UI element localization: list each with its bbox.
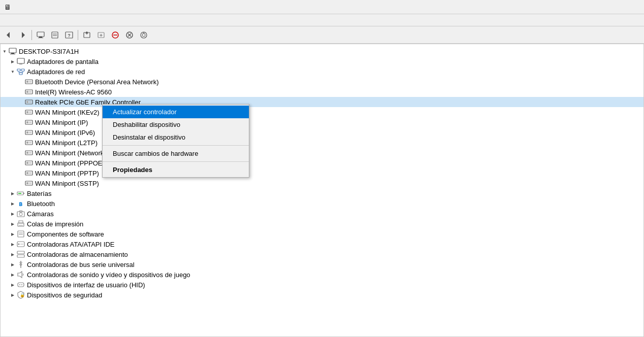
tree-item-ata[interactable]: ▶Controladoras ATA/ATAPI IDE <box>1 239 643 249</box>
tree-expander[interactable] <box>17 149 25 157</box>
tree-expander[interactable]: ▶ <box>9 260 17 268</box>
tree-icon-usb <box>17 260 25 268</box>
tree-expander[interactable]: ▶ <box>9 220 17 228</box>
tree-expander[interactable]: ▶ <box>9 240 17 248</box>
tree-item-camaras[interactable]: ▶Cámaras <box>1 209 643 219</box>
tree-expander[interactable] <box>17 179 25 187</box>
tree-item-bluetooth-dev[interactable]: Bluetooth Device (Personal Area Network) <box>1 77 643 87</box>
ctx-item-deshabilitar[interactable]: Deshabilitar dispositivo <box>103 118 249 131</box>
tree-expander[interactable]: ▶ <box>9 271 17 279</box>
tree-expander[interactable] <box>17 169 25 177</box>
tree-item-sonido[interactable]: ▶Controladoras de sonido y vídeo y dispo… <box>1 269 643 280</box>
tree-label: DESKTOP-S3I7A1H <box>19 48 79 55</box>
update-driver-button[interactable] <box>80 28 93 42</box>
tree-item-wan2[interactable]: WAN Miniport (IP) <box>1 117 643 127</box>
svg-rect-60 <box>26 142 28 144</box>
tree-expander[interactable] <box>17 139 25 147</box>
tree-expander[interactable]: ▶ <box>9 57 17 65</box>
tree-expander[interactable] <box>17 98 25 106</box>
tree-item-wan4[interactable]: WAN Miniport (L2TP) <box>1 138 643 148</box>
svg-rect-89 <box>18 231 24 237</box>
device-tree[interactable]: ▼DESKTOP-S3I7A1H▶Adaptadores de pantalla… <box>1 44 643 336</box>
svg-rect-27 <box>17 58 24 63</box>
tree-item-realtek[interactable]: Realtek PCIe GbE Family Controller <box>1 97 643 107</box>
tree-item-bluetooth[interactable]: ▶ʙBluetooth <box>1 198 643 209</box>
tree-expander[interactable] <box>17 128 25 137</box>
back-button[interactable] <box>2 28 15 42</box>
show-computer-button[interactable] <box>34 28 47 42</box>
tree-label: WAN Miniport (IPv6) <box>35 129 95 137</box>
tree-item-seguridad[interactable]: ▶🔒Dispositivos de seguridad <box>1 290 643 300</box>
tree-item-almacenamiento[interactable]: ▶Controladoras de almacenamiento <box>1 249 643 259</box>
tree-item-bus[interactable]: ▶Controladoras de bus serie universal <box>1 259 643 269</box>
tree-item-baterias[interactable]: ▶Baterías <box>1 188 643 198</box>
tree-item-wan3[interactable]: WAN Miniport (IPv6) <box>1 127 643 138</box>
tree-icon-computer <box>9 47 17 55</box>
tree-item-colas[interactable]: ▶Colas de impresión <box>1 219 643 229</box>
svg-rect-64 <box>26 152 28 154</box>
svg-rect-101 <box>18 283 24 287</box>
tree-item-hid[interactable]: ▶Dispositivos de interfaz de usuario (HI… <box>1 280 643 290</box>
svg-rect-36 <box>26 81 28 83</box>
properties-button[interactable] <box>48 28 61 42</box>
svg-point-103 <box>21 284 22 285</box>
tree-expander[interactable] <box>17 159 25 167</box>
tree-label: Cámaras <box>27 210 54 218</box>
tree-item-red[interactable]: ▼Adaptadores de red <box>1 66 643 77</box>
help-button[interactable]: ? <box>62 28 76 42</box>
tree-expander[interactable]: ▶ <box>9 291 17 299</box>
tree-icon-netcard <box>25 78 33 86</box>
tree-item-wan1[interactable]: WAN Miniport (IKEv2) <box>1 107 643 117</box>
tree-expander[interactable]: ▼ <box>1 47 9 55</box>
uninstall-button[interactable] <box>123 28 136 42</box>
tree-item-wan6[interactable]: WAN Miniport (PPPOE) <box>1 158 643 168</box>
tree-label: Controladoras de almacenamiento <box>27 251 128 258</box>
svg-rect-68 <box>26 162 28 164</box>
ctx-item-propiedades[interactable]: Propiedades <box>103 163 249 176</box>
menu-archivo[interactable] <box>2 19 10 21</box>
tree-expander[interactable]: ▶ <box>9 281 17 289</box>
tree-expander[interactable] <box>17 108 25 116</box>
tree-expander[interactable] <box>17 88 25 96</box>
tree-icon-storage2 <box>17 250 25 258</box>
tree-expander[interactable]: ▶ <box>9 210 17 218</box>
tree-label: WAN Miniport (PPPOE) <box>35 159 105 167</box>
tree-expander[interactable] <box>17 118 25 126</box>
svg-rect-52 <box>26 121 28 123</box>
svg-text:ʙ: ʙ <box>19 200 22 208</box>
tree-item-root[interactable]: ▼DESKTOP-S3I7A1H <box>1 46 643 56</box>
ctx-item-desinstalar[interactable]: Desinstalar el dispositivo <box>103 131 249 144</box>
scan-button[interactable] <box>137 28 150 42</box>
tree-item-wan7[interactable]: WAN Miniport (PPTP) <box>1 168 643 178</box>
tree-icon-network <box>17 68 25 76</box>
tree-expander[interactable]: ▶ <box>9 189 17 197</box>
tree-label: Bluetooth Device (Personal Area Network) <box>35 78 159 86</box>
tree-label: Controladoras ATA/ATAPI IDE <box>27 241 114 248</box>
tree-label: Componentes de software <box>27 230 104 238</box>
forward-button[interactable] <box>16 28 29 42</box>
app-icon: 🖥 <box>4 3 11 11</box>
ctx-item-actualizar[interactable]: Actualizar controlador <box>103 106 249 118</box>
menu-accion[interactable] <box>11 19 19 21</box>
tree-label: Adaptadores de pantalla <box>27 58 99 65</box>
tree-label: WAN Miniport (IP) <box>35 119 88 126</box>
tree-expander[interactable]: ▶ <box>9 199 17 208</box>
svg-text:?: ? <box>68 33 71 38</box>
tree-expander[interactable]: ▶ <box>9 230 17 238</box>
svg-rect-80 <box>23 193 24 194</box>
tree-icon-netcard <box>25 169 33 177</box>
menu-ayuda[interactable] <box>29 19 38 21</box>
disable-button[interactable] <box>109 28 122 42</box>
tree-expander[interactable]: ▼ <box>9 68 17 76</box>
menu-ver[interactable] <box>20 19 28 21</box>
add-driver-button[interactable] <box>94 28 108 42</box>
tree-expander[interactable] <box>17 78 25 86</box>
tree-item-intel-wifi[interactable]: Intel(R) Wireless-AC 9560 <box>1 87 643 97</box>
tree-item-pantalla[interactable]: ▶Adaptadores de pantalla <box>1 56 643 66</box>
tree-item-wan8[interactable]: WAN Miniport (SSTP) <box>1 178 643 188</box>
tree-label: WAN Miniport (PPTP) <box>35 170 99 177</box>
tree-item-componentes[interactable]: ▶Componentes de software <box>1 229 643 239</box>
ctx-item-buscar[interactable]: Buscar cambios de hardware <box>103 147 249 160</box>
tree-expander[interactable]: ▶ <box>9 250 17 258</box>
tree-item-wan5[interactable]: WAN Miniport (Network Monitor) <box>1 148 643 158</box>
